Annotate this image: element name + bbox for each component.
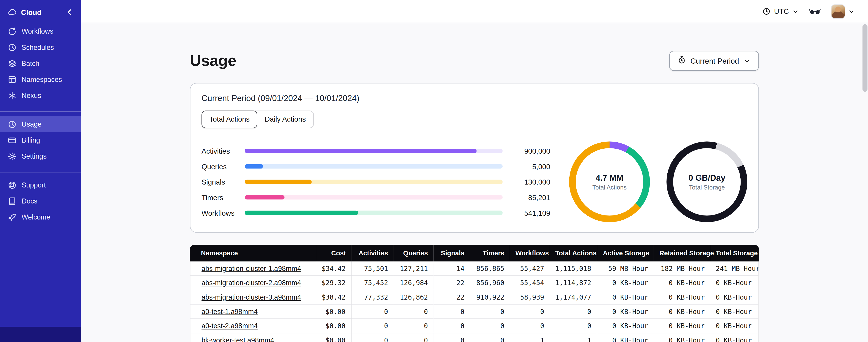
- column-header-activities: Activities: [351, 245, 394, 262]
- namespaces-icon: [8, 75, 17, 84]
- sidebar-item-billing[interactable]: Billing: [0, 132, 81, 148]
- value-cell: 0 KB-Hour: [654, 305, 710, 319]
- value-cell: 0 KB-Hour: [654, 290, 710, 305]
- value-cell: 1: [510, 334, 550, 342]
- clock-icon: [763, 7, 771, 15]
- glasses-icon[interactable]: [809, 7, 821, 15]
- page-title: Usage: [190, 52, 236, 69]
- actions-bar-chart: Activities900,000Queries5,000Signals130,…: [202, 147, 552, 217]
- value-cell: 0 KB-Hour: [710, 290, 759, 305]
- sidebar-item-namespaces[interactable]: Namespaces: [0, 71, 81, 87]
- donut-total-actions: 4.7 MM Total Actions: [569, 141, 650, 222]
- value-cell: 0: [394, 334, 433, 342]
- bar-row-activities: Activities900,000: [202, 147, 550, 155]
- value-cell: 55,427: [510, 262, 550, 276]
- value-cell: 126,862: [394, 290, 433, 305]
- namespace-link[interactable]: bk-worker-test.a98mm4: [202, 336, 274, 342]
- table-row: a0-test-1.a98mm4$0.000000000 KB-Hour0 KB…: [190, 305, 759, 319]
- table-row: abs-migration-cluster-2.a98mm4$29.3275,4…: [190, 276, 759, 290]
- collapse-sidebar-button[interactable]: [65, 8, 74, 16]
- stopwatch-icon: [678, 56, 686, 66]
- value-cell: 127,211: [394, 262, 433, 276]
- column-header-timers: Timers: [470, 245, 510, 262]
- table-row: abs-migration-cluster-1.a98mm4$34.4275,5…: [190, 262, 759, 276]
- bar-label: Workflows: [202, 209, 238, 217]
- sidebar-item-docs[interactable]: Docs: [0, 193, 81, 209]
- value-cell: 0 KB-Hour: [654, 334, 710, 342]
- sidebar-item-usage[interactable]: Usage: [0, 116, 81, 132]
- namespace-usage-table: NamespaceCostActivitiesQueriesSignalsTim…: [190, 245, 759, 342]
- namespace-link[interactable]: a0-test-1.a98mm4: [202, 308, 258, 315]
- bar-fill: [245, 211, 358, 215]
- bar-track: [245, 179, 503, 184]
- total-actions-label: Total Actions: [592, 184, 626, 191]
- bar-value: 900,000: [509, 147, 550, 155]
- value-cell: 126,984: [394, 276, 433, 290]
- value-cell: 1,115,018: [550, 262, 597, 276]
- app: Cloud WorkflowsSchedulesBatchNamespacesN…: [0, 0, 868, 342]
- sidebar-nav: WorkflowsSchedulesBatchNamespacesNexusUs…: [0, 22, 81, 225]
- timezone-selector[interactable]: UTC: [763, 7, 799, 15]
- value-cell: 0 KB-Hour: [710, 319, 759, 334]
- sidebar-item-nexus[interactable]: Nexus: [0, 87, 81, 103]
- bar-value: 541,109: [509, 209, 550, 217]
- bar-label: Timers: [202, 193, 238, 201]
- user-menu[interactable]: [831, 4, 855, 19]
- value-cell: 0 KB-Hour: [710, 276, 759, 290]
- sidebar-item-schedules[interactable]: Schedules: [0, 39, 81, 55]
- value-cell: 0: [394, 319, 433, 334]
- sidebar-item-welcome[interactable]: Welcome: [0, 209, 81, 225]
- column-header-signals: Signals: [434, 245, 470, 262]
- value-cell: 241 MB-Hour: [710, 262, 759, 276]
- sidebar: Cloud WorkflowsSchedulesBatchNamespacesN…: [0, 0, 81, 342]
- bar-track: [245, 149, 503, 153]
- table-row: a0-test-2.a98mm4$0.000000000 KB-Hour0 KB…: [190, 319, 759, 334]
- window-scrollbar[interactable]: [863, 24, 868, 340]
- namespace-link[interactable]: abs-migration-cluster-3.a98mm4: [202, 293, 301, 301]
- sidebar-item-settings[interactable]: Settings: [0, 148, 81, 164]
- namespace-link[interactable]: abs-migration-cluster-1.a98mm4: [202, 264, 301, 272]
- value-cell: 182 MB-Hour: [654, 262, 710, 276]
- value-cell: 856,865: [470, 262, 510, 276]
- scrollbar-thumb[interactable]: [863, 24, 868, 92]
- bar-fill: [245, 179, 312, 184]
- total-storage-value: 0 GB/Day: [688, 173, 725, 182]
- column-header-active-storage: Active Storage: [597, 245, 654, 262]
- tab-total-actions[interactable]: Total Actions: [202, 110, 257, 128]
- value-cell: 0: [470, 305, 510, 319]
- sidebar-item-workflows[interactable]: Workflows: [0, 23, 81, 39]
- sidebar-item-batch[interactable]: Batch: [0, 55, 81, 71]
- value-cell: 0: [434, 334, 470, 342]
- bar-track: [245, 164, 503, 169]
- value-cell: 0: [351, 334, 394, 342]
- namespace-link[interactable]: abs-migration-cluster-2.a98mm4: [202, 279, 301, 286]
- sidebar-item-label: Support: [22, 181, 46, 189]
- sidebar-item-support[interactable]: Support: [0, 177, 81, 193]
- bar-value: 130,000: [509, 178, 550, 186]
- bar-fill: [245, 164, 263, 169]
- sidebar-group: WorkflowsSchedulesBatchNamespacesNexus: [0, 22, 81, 103]
- chevron-down-icon: [848, 8, 855, 15]
- value-cell: $0.00: [316, 319, 351, 334]
- value-cell: 0: [510, 305, 550, 319]
- chart-area: Activities900,000Queries5,000Signals130,…: [202, 141, 747, 222]
- value-cell: 0 KB-Hour: [597, 334, 654, 342]
- sidebar-item-label: Usage: [22, 120, 42, 128]
- timezone-label: UTC: [774, 7, 789, 15]
- value-cell: $29.32: [316, 276, 351, 290]
- value-cell: 0 KB-Hour: [710, 334, 759, 342]
- sidebar-group: SupportDocsWelcome: [0, 172, 81, 225]
- namespace-link[interactable]: a0-test-2.a98mm4: [202, 322, 258, 330]
- tab-daily-actions[interactable]: Daily Actions: [257, 111, 314, 128]
- column-header-queries: Queries: [394, 245, 433, 262]
- period-selector-button[interactable]: Current Period: [670, 51, 759, 71]
- schedules-icon: [8, 43, 17, 52]
- avatar: [831, 4, 845, 19]
- value-cell: 0: [434, 305, 470, 319]
- sidebar-group: UsageBillingSettings: [0, 111, 81, 164]
- batch-icon: [8, 59, 17, 68]
- bar-row-timers: Timers85,201: [202, 193, 550, 201]
- page-head: Usage Current Period: [190, 51, 759, 71]
- sidebar-item-label: Namespaces: [22, 75, 62, 83]
- value-cell: $34.42: [316, 262, 351, 276]
